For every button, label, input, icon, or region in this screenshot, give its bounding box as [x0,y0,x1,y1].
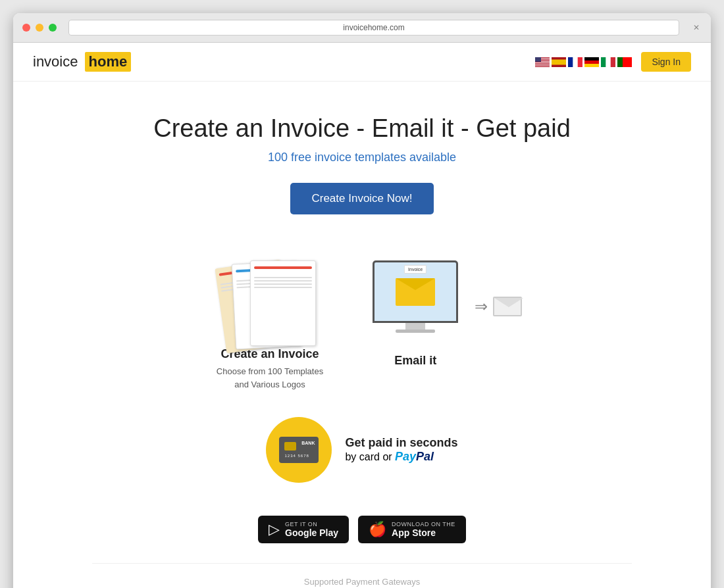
create-invoice-icon [217,260,323,339]
gateways-wrapper: Supported Payment Gateways PayPal Partne… [13,563,711,588]
flag-es[interactable] [552,57,566,67]
google-play-store: Google Play [285,527,338,538]
envelope-flap [396,278,435,290]
google-play-label: GET IT ON [285,521,338,527]
browser-close-button[interactable]: ✕ [691,22,702,33]
logo-home-text: home [85,52,132,72]
monitor-content: Invoice [375,262,456,321]
svg-rect-9 [535,64,550,64]
monitor-base [396,330,435,333]
svg-rect-18 [568,57,573,67]
paper-front [250,260,316,346]
small-envelope-flap [494,298,523,307]
monitor-stand [405,323,425,330]
svg-rect-21 [584,57,599,61]
nav-right: Sign In [535,52,691,72]
browser-titlebar: invoicehome.com ✕ [13,13,711,43]
svg-rect-12 [535,66,550,66]
envelope-on-monitor: Invoice [396,278,435,306]
flag-it[interactable] [601,57,615,67]
create-invoice-desc: Choose from 100 Templates and Various Lo… [217,365,323,391]
card-bank-label: BANK [301,441,315,445]
svg-rect-6 [535,61,550,62]
arrow-icon: ⇒ [475,297,488,316]
google-play-icon: ▷ [269,521,280,538]
google-play-text: GET IT ON Google Play [285,521,338,538]
url-text: invoicehome.com [343,23,404,32]
get-paid-text: Get paid in seconds [345,436,457,450]
flag-fr[interactable] [568,57,582,67]
feature-create: Create an Invoice Choose from 100 Templa… [217,260,323,391]
app-store-store: App Store [392,527,455,538]
hero-section: Create an Invoice - Email it - Get paid … [13,82,711,234]
svg-rect-7 [535,62,550,63]
hero-title: Create an Invoice - Email it - Get paid [26,114,698,143]
page-content: invoice home [13,43,711,588]
logo-invoice-text: invoice [33,53,78,70]
paypal-brand-text: PayPal [395,450,434,463]
card-chip [284,442,296,451]
close-dot[interactable] [22,24,30,32]
svg-rect-24 [601,57,606,67]
gateways-title: Supported Payment Gateways [132,577,592,587]
by-card-text: by card or [345,451,395,462]
flag-de[interactable] [584,57,599,67]
email-it-title: Email it [394,354,436,368]
maximize-dot[interactable] [49,24,57,32]
minimize-dot[interactable] [36,24,43,32]
app-store-text: Download on the App Store [392,521,455,538]
svg-rect-13 [535,57,541,62]
payment-text-block: Get paid in seconds by card or PayPal [345,436,457,464]
sign-in-button[interactable]: Sign In [641,52,691,72]
navbar: invoice home [13,43,711,82]
svg-rect-15 [552,59,566,64]
svg-rect-10 [535,64,550,65]
features-row: Create an Invoice Choose from 100 Templa… [13,234,711,404]
site-logo[interactable]: invoice home [33,52,131,72]
paypal-pal-text: Pal [416,450,434,463]
flag-pt[interactable] [617,57,632,67]
address-bar[interactable]: invoicehome.com [68,20,679,36]
envelope-body [396,278,435,306]
browser-window: invoicehome.com ✕ invoice home [13,13,711,588]
payment-section: BANK 1234 5678 Get paid in seconds by ca… [13,404,711,502]
email-monitor-icon: Invoice [363,260,468,346]
google-play-button[interactable]: ▷ GET IT ON Google Play [258,516,349,543]
language-flags [535,57,632,67]
hero-subtitle: 100 free invoice templates available [26,151,698,164]
flag-us[interactable] [535,57,550,67]
payment-method-text: by card or PayPal [345,450,457,464]
card-number-text: 1234 5678 [284,454,309,458]
svg-rect-8 [535,63,550,64]
app-store-label: Download on the [392,521,455,527]
create-invoice-button[interactable]: Create Invoice Now! [290,183,433,214]
svg-rect-26 [617,57,623,67]
payment-circle-icon: BANK 1234 5678 [266,417,332,483]
app-buttons-row: ▷ GET IT ON Google Play 🍎 Download on th… [13,502,711,563]
card-icon: BANK 1234 5678 [279,437,319,463]
svg-rect-11 [535,65,550,66]
paypal-pay-text: Pay [395,450,416,463]
feature-email: Invoice Email it [363,260,507,372]
gateways-section: Supported Payment Gateways PayPal Partne… [92,563,632,588]
invoice-label: Invoice [404,265,427,274]
apple-icon: 🍎 [369,521,386,538]
monitor-screen: Invoice [373,260,458,323]
app-store-button[interactable]: 🍎 Download on the App Store [358,516,466,543]
small-envelope-icon [493,297,522,316]
